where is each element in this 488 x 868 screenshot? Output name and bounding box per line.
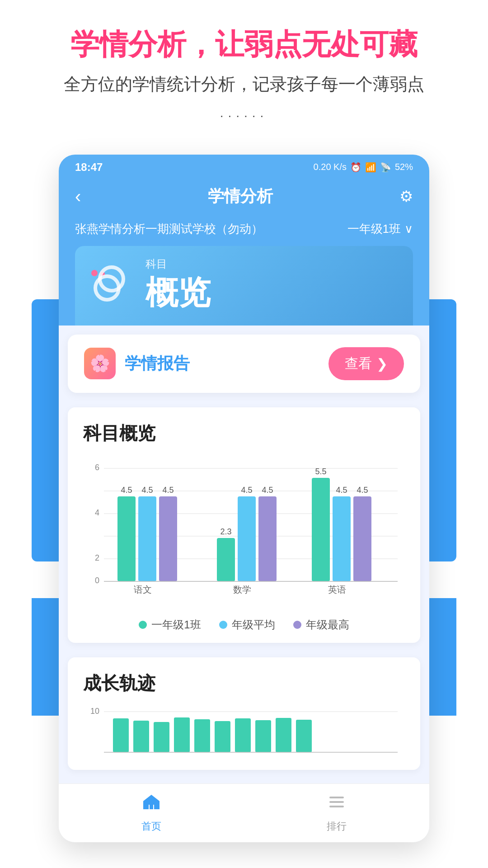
svg-rect-33 — [276, 718, 291, 752]
legend-avg: 年级平均 — [219, 618, 275, 632]
svg-text:4.5: 4.5 — [336, 486, 347, 495]
report-left: 🌸 学情报告 — [84, 348, 190, 379]
tab-overview-label: 概览 — [145, 271, 211, 315]
nav-bar: ‹ 学情分析 ⚙ — [59, 178, 429, 217]
pink-dot-1 — [91, 270, 98, 276]
svg-rect-25 — [113, 718, 129, 752]
nav-home[interactable]: 首页 — [141, 792, 161, 833]
phone-container: 18:47 0.20 K/s ⏰ 📶 📡 52% ‹ 学情分析 ⚙ 张燕学情分析… — [59, 155, 429, 842]
svg-rect-37 — [329, 797, 344, 798]
dots-decoration: ······ — [18, 108, 470, 123]
svg-text:4.5: 4.5 — [162, 486, 174, 495]
status-time: 18:47 — [75, 161, 103, 174]
bar-yingyu-max — [353, 496, 371, 581]
battery-icon: 52% — [395, 162, 413, 172]
bar-yuwen-avg — [138, 496, 156, 581]
class-selector[interactable]: 一年级1班 ∨ — [347, 221, 413, 237]
legend-class: 一年级1班 — [139, 618, 201, 632]
growth-section-title: 成长轨迹 — [81, 671, 407, 696]
report-title: 学情报告 — [125, 353, 190, 375]
alarm-icon: ⏰ — [350, 162, 361, 173]
svg-text:英语: 英语 — [328, 585, 346, 594]
svg-text:数学: 数学 — [233, 585, 251, 594]
content-area: 🌸 学情报告 查看 ❯ 科目概览 — [59, 335, 429, 783]
svg-text:5.5: 5.5 — [315, 467, 326, 476]
svg-rect-36 — [150, 805, 153, 809]
home-icon — [141, 792, 161, 816]
chart-section-title: 科目概览 — [81, 421, 407, 446]
wifi-icon: 📶 — [365, 162, 376, 173]
svg-text:0: 0 — [95, 576, 99, 585]
growth-section: 成长轨迹 10 — [68, 657, 420, 770]
nav-home-label: 首页 — [141, 820, 161, 833]
svg-text:2.3: 2.3 — [220, 527, 231, 536]
legend-label-avg: 年级平均 — [232, 618, 275, 632]
status-bar: 18:47 0.20 K/s ⏰ 📶 📡 52% — [59, 155, 429, 178]
report-icon: 🌸 — [84, 348, 116, 379]
chart-svg: 6 4 2 0 4.5 4.5 4.5 — [81, 455, 407, 609]
bar-shuxue-class — [217, 538, 235, 581]
svg-text:4: 4 — [95, 508, 99, 517]
status-icons: 0.20 K/s ⏰ 📶 📡 52% — [314, 162, 413, 173]
bar-chart: 6 4 2 0 4.5 4.5 4.5 — [81, 455, 407, 609]
network-speed: 0.20 K/s — [314, 162, 347, 172]
class-label: 一年级1班 — [347, 221, 401, 237]
dropdown-icon: ∨ — [404, 222, 413, 236]
promo-title: 学情分析，让弱点无处可藏 — [18, 27, 470, 62]
svg-rect-31 — [235, 718, 251, 752]
svg-text:2: 2 — [95, 553, 99, 562]
svg-text:4.5: 4.5 — [141, 486, 153, 495]
svg-rect-32 — [255, 720, 271, 752]
svg-rect-28 — [174, 717, 190, 752]
school-header: 张燕学情分析一期测试学校（勿动） 一年级1班 ∨ — [59, 217, 429, 246]
nav-rank-label: 排行 — [327, 820, 347, 833]
bar-yuwen-class — [117, 496, 136, 581]
legend-label-max: 年级最高 — [306, 618, 349, 632]
back-button[interactable]: ‹ — [75, 186, 81, 207]
settings-icon[interactable]: ⚙ — [399, 187, 413, 205]
ring-2 — [94, 274, 121, 302]
report-btn-label: 查看 — [345, 354, 372, 373]
svg-rect-26 — [133, 721, 149, 752]
bar-yingyu-avg — [333, 496, 351, 581]
bar-yuwen-max — [159, 496, 177, 581]
school-name: 张燕学情分析一期测试学校（勿动） — [75, 221, 263, 237]
report-view-button[interactable]: 查看 ❯ — [328, 347, 404, 380]
growth-chart-partial: 10 — [81, 705, 407, 759]
tab-subject-label: 科目 — [145, 257, 211, 271]
rank-icon — [327, 792, 347, 816]
promo-section: 学情分析，让弱点无处可藏 全方位的学情统计分析，记录孩子每一个薄弱点 ·····… — [0, 0, 488, 155]
signal-icon: 📡 — [380, 162, 391, 173]
svg-rect-39 — [329, 806, 344, 807]
bottom-nav: 首页 排行 — [59, 783, 429, 842]
svg-rect-38 — [329, 801, 344, 803]
svg-rect-29 — [194, 719, 210, 752]
overview-tab[interactable]: 科目 概览 — [75, 246, 413, 326]
chart-section: 科目概览 6 4 2 0 — [68, 407, 420, 643]
svg-text:6: 6 — [95, 463, 99, 472]
subject-tabs: 科目 概览 — [59, 246, 429, 326]
svg-text:4.5: 4.5 — [357, 486, 368, 495]
svg-rect-27 — [154, 722, 169, 752]
nav-rank[interactable]: 排行 — [327, 792, 347, 833]
svg-text:10: 10 — [90, 707, 99, 716]
nav-title: 学情分析 — [208, 185, 273, 208]
svg-text:4.5: 4.5 — [121, 486, 132, 495]
svg-text:4.5: 4.5 — [241, 486, 252, 495]
growth-svg: 10 — [81, 705, 407, 759]
report-card: 🌸 学情报告 查看 ❯ — [68, 335, 420, 393]
phone-frame: 18:47 0.20 K/s ⏰ 📶 📡 52% ‹ 学情分析 ⚙ 张燕学情分析… — [59, 155, 429, 842]
legend-dot-max — [293, 621, 301, 629]
chart-legend: 一年级1班 年级平均 年级最高 — [81, 618, 407, 632]
legend-dot-class — [139, 621, 147, 629]
bar-shuxue-max — [258, 496, 277, 581]
report-btn-icon: ❯ — [376, 356, 388, 372]
tab-content: 科目 概览 — [145, 257, 211, 315]
legend-max: 年级最高 — [293, 618, 349, 632]
svg-rect-34 — [296, 720, 312, 752]
tab-icon — [91, 265, 132, 306]
legend-label-class: 一年级1班 — [151, 618, 201, 632]
svg-rect-30 — [215, 721, 230, 752]
legend-dot-avg — [219, 621, 227, 629]
promo-subtitle: 全方位的学情统计分析，记录孩子每一个薄弱点 — [18, 73, 470, 96]
